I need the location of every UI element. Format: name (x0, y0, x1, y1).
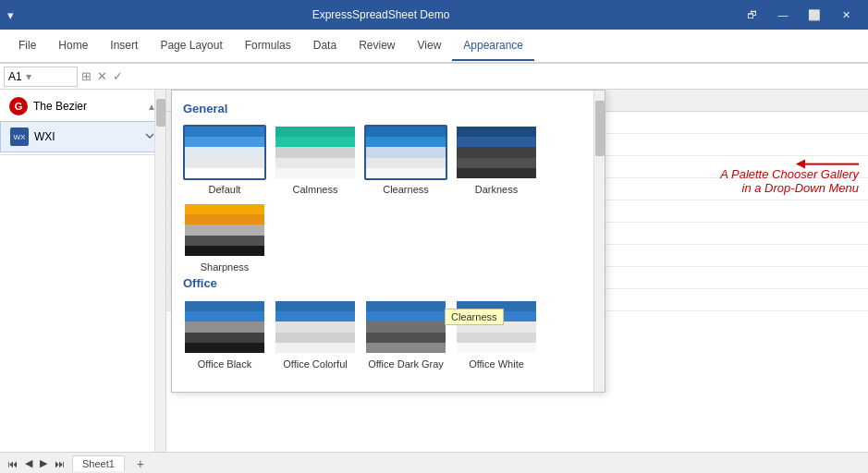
palette-scrollbar[interactable] (593, 91, 605, 392)
palette-thumb-darkness (455, 125, 538, 180)
palette-thumb-office-dark-gray (364, 299, 447, 355)
tab-home[interactable]: Home (47, 31, 99, 61)
tab-insert[interactable]: Insert (99, 31, 149, 61)
palette-item-sharpness[interactable]: Sharpness (183, 202, 266, 273)
office-section-title: Office (183, 276, 593, 290)
tab-view[interactable]: View (407, 31, 453, 61)
arrow-line (803, 164, 859, 165)
palette-thumb-calmness (274, 125, 357, 180)
add-sheet-button[interactable]: + (132, 455, 149, 472)
palette-label-sharpness: Sharpness (201, 261, 250, 273)
tab-formulas[interactable]: Formulas (234, 31, 302, 61)
palette-label-office-white: Office White (469, 358, 524, 370)
restore-button[interactable]: 🗗 (737, 0, 766, 30)
maximize-button[interactable]: ⬜ (800, 0, 829, 30)
sidebar-item-bezier-label: The Bezier (33, 100, 87, 113)
tab-page-layout[interactable]: Page Layout (149, 31, 233, 61)
palette-thumb-sharpness (183, 202, 266, 258)
quick-access-toolbar[interactable]: ▾ (7, 8, 14, 22)
sheet-tab-sheet1[interactable]: Sheet1 (72, 455, 125, 471)
ribbon: File Home Insert Page Layout Formulas Da… (0, 30, 868, 64)
spreadsheet-area: A B 1 2 3 4 (166, 90, 868, 452)
palette-label-default: Default (209, 184, 241, 195)
general-palette-grid-2: Sharpness (183, 202, 593, 273)
annotation-arrow (720, 164, 859, 165)
office-palette-grid: Office Black Office Colorful (183, 299, 593, 370)
palette-item-office-colorful[interactable]: Office Colorful (274, 299, 357, 370)
palette-thumb-office-white (455, 299, 538, 355)
general-palette-grid: Default Calmness (183, 125, 593, 195)
nav-prev-icon[interactable]: ◀ (25, 457, 32, 469)
palette-scrollbar-thumb (595, 101, 605, 156)
bezier-icon: G (9, 97, 28, 115)
palette-thumb-default (183, 125, 266, 180)
annotation: A Palette Chooser Gallery in a Drop-Down… (720, 164, 859, 195)
sidebar-scrollbar[interactable] (154, 90, 165, 452)
palette-item-default[interactable]: Default (183, 125, 266, 195)
annotation-line2: in a Drop-Down Menu (720, 181, 859, 195)
formula-controls: ⊞ ✕ ✓ (81, 69, 123, 83)
minimize-button[interactable]: — (768, 0, 798, 30)
sidebar-item-bezier[interactable]: G The Bezier ▲ (0, 91, 165, 121)
palette-thumb-clearness (364, 125, 447, 180)
palette-thumb-office-colorful (274, 299, 357, 355)
sidebar-item-wxi[interactable]: WX WXI (0, 121, 165, 152)
palette-label-office-colorful: Office Colorful (283, 358, 348, 370)
status-bar: ⏮ ◀ ▶ ⏭ Sheet1 + (0, 452, 868, 473)
sidebar-scrollbar-thumb (156, 99, 165, 127)
wxi-icon: WX (10, 127, 29, 146)
tab-data[interactable]: Data (302, 31, 348, 61)
close-button[interactable]: ✕ (831, 0, 861, 30)
nav-last-icon[interactable]: ⏭ (55, 458, 65, 469)
title-bar: ▾ ExpressSpreadSheet Demo 🗗 — ⬜ ✕ (0, 0, 868, 30)
nav-first-icon[interactable]: ⏮ (7, 458, 18, 469)
sidebar-item-wxi-label: WXI (34, 130, 55, 143)
general-section-title: General (183, 102, 593, 115)
ribbon-tab-bar: File Home Insert Page Layout Formulas Da… (0, 30, 868, 63)
window-controls[interactable]: 🗗 — ⬜ ✕ (737, 0, 861, 30)
main-area: G The Bezier ▲ WX WXI A B 1 (0, 90, 868, 452)
palette-label-darkness: Darkness (475, 184, 518, 195)
nav-next-icon[interactable]: ▶ (40, 457, 47, 469)
formula-bar: A1 ▾ ⊞ ✕ ✓ (0, 64, 868, 90)
window-title: ExpressSpreadSheet Demo (25, 8, 737, 21)
formula-grid-icon[interactable]: ⊞ (81, 69, 92, 83)
palette-label-office-black: Office Black (198, 358, 252, 370)
palette-label-clearness: Clearness (383, 184, 429, 195)
tab-review[interactable]: Review (348, 31, 406, 61)
palette-thumb-office-black (183, 299, 266, 355)
palette-label-calmness: Calmness (293, 184, 338, 195)
palette-item-office-white[interactable]: Office White (455, 299, 538, 370)
palette-item-calmness[interactable]: Calmness (274, 125, 357, 195)
palette-item-office-black[interactable]: Office Black (183, 299, 266, 370)
formula-cancel-icon[interactable]: ✕ (97, 69, 107, 83)
annotation-line1: A Palette Chooser Gallery (720, 167, 859, 181)
palette-item-darkness[interactable]: Darkness (455, 125, 538, 195)
palette-item-clearness[interactable]: Clearness (364, 125, 447, 195)
tab-appearance[interactable]: Appearance (452, 31, 534, 61)
formula-confirm-icon[interactable]: ✓ (113, 69, 123, 83)
palette-panel: General Default (171, 90, 605, 393)
tab-file[interactable]: File (7, 31, 47, 61)
cell-reference-box[interactable]: A1 ▾ (4, 67, 78, 87)
palette-item-office-dark-gray[interactable]: Office Dark Gray (364, 299, 447, 370)
palette-label-office-dark-gray: Office Dark Gray (368, 358, 444, 370)
cell-ref-dropdown-icon[interactable]: ▾ (26, 70, 31, 83)
quick-access-arrow[interactable]: ▾ (7, 8, 14, 22)
sidebar: G The Bezier ▲ WX WXI (0, 90, 166, 452)
formula-input[interactable] (127, 67, 864, 87)
